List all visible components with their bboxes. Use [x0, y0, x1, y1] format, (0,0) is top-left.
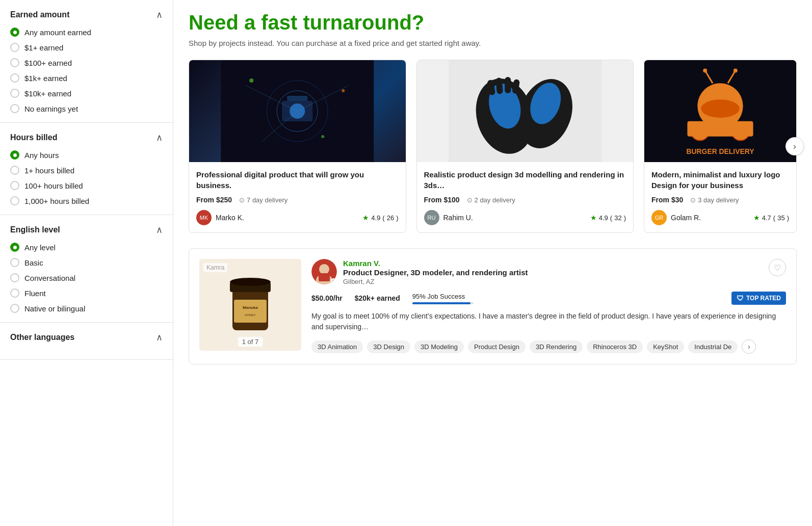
tag-rhinoceros[interactable]: Rhinoceros 3D — [587, 340, 643, 353]
progress-fill — [412, 302, 470, 304]
english-level-title: English level — [10, 225, 60, 234]
radio-no-earnings[interactable]: No earnings yet — [10, 104, 163, 113]
card-3-delivery: ⊙ 3 day delivery — [690, 196, 739, 204]
card-1-delivery: ⊙ 7 day delivery — [239, 196, 287, 204]
radio-any-level-circle — [10, 243, 19, 252]
card-3-meta: From $30 ⊙ 3 day delivery — [651, 196, 789, 204]
radio-basic-circle — [10, 258, 19, 267]
card-1-price: From $250 — [196, 196, 232, 204]
radio-10k-earned[interactable]: $10k+ earned — [10, 89, 163, 98]
card-3-title: Modern, minimalist and luxury logo Desig… — [651, 169, 789, 191]
tags-next-arrow[interactable]: › — [742, 339, 756, 354]
radio-100plus-earned[interactable]: $100+ earned — [10, 58, 163, 67]
radio-any-hours[interactable]: Any hours — [10, 150, 163, 160]
radio-100plus-hours[interactable]: 100+ hours billed — [10, 181, 163, 190]
job-success-bar: 95% Job Success — [412, 293, 719, 304]
radio-1k-earned[interactable]: $1k+ earned — [10, 73, 163, 83]
radio-fluent-circle — [10, 288, 19, 298]
freelancer-stats: $50.00/hr $20k+ earned 95% Job Success 🛡… — [311, 292, 786, 305]
card-2-meta: From $100 ⊙ 2 day delivery — [424, 196, 626, 204]
card-2-image — [417, 60, 634, 162]
card-1-seller-name: Marko K. — [216, 214, 244, 222]
radio-basic[interactable]: Basic — [10, 258, 163, 267]
earned-amount-header: Earned amount ∧ — [10, 9, 163, 20]
radio-1plus-earned[interactable]: $1+ earned — [10, 43, 163, 52]
hours-billed-chevron[interactable]: ∧ — [156, 132, 163, 143]
radio-any-amount-label: Any amount earned — [24, 28, 91, 37]
tag-product-design[interactable]: Product Design — [468, 340, 526, 353]
project-card-3[interactable]: BURGER DELIVERY Modern, minimalist and l… — [644, 60, 797, 233]
radio-100plus-hours-label: 100+ hours billed — [24, 181, 83, 190]
freelancer-location: Gilbert, AZ — [343, 278, 763, 285]
image-count: 1 of 7 — [238, 337, 263, 347]
freelancer-title: Product Designer, 3D modeler, and render… — [343, 268, 763, 277]
freelancer-card: Manuka HONEY 1 of 7 Kamra — [189, 248, 797, 364]
svg-point-27 — [734, 69, 738, 73]
tags-row: 3D Animation 3D Design 3D Modeling Produ… — [311, 339, 786, 354]
card-2-rating: ★ 4.9 (32) — [590, 214, 626, 222]
radio-1plus-hours-label: 1+ hours billed — [24, 166, 74, 175]
radio-1000plus-hours-label: 1,000+ hours billed — [24, 197, 89, 205]
favorite-button[interactable]: ♡ — [769, 259, 786, 276]
tag-keyshot[interactable]: KeyShot — [647, 340, 684, 353]
online-indicator — [331, 278, 336, 283]
card-1-seller: MK Marko K. ★ 4.9 (26) — [196, 210, 399, 225]
card-3-avatar: GR — [651, 210, 667, 225]
card-3-image: BURGER DELIVERY — [644, 60, 796, 162]
tag-industrial[interactable]: Industrial De — [688, 340, 738, 353]
svg-text:Manuka: Manuka — [243, 305, 258, 310]
radio-1000plus-hours-circle — [10, 196, 19, 205]
svg-rect-32 — [687, 121, 753, 137]
card-2-title: Realistic product design 3d modelling an… — [424, 169, 626, 191]
svg-point-11 — [321, 135, 324, 138]
freelancer-bio: My goal is to meet 100% of my client's e… — [311, 311, 786, 332]
tag-3d-rendering[interactable]: 3D Rendering — [530, 340, 583, 353]
hero-title: Need a fast turnaround? — [189, 10, 797, 35]
radio-10k-circle — [10, 89, 19, 98]
card-1-title: Professional digital product that will g… — [196, 169, 399, 191]
stat-earned: $20k+ earned — [355, 294, 400, 302]
card-1-body: Professional digital product that will g… — [189, 162, 406, 232]
english-level-section: English level ∧ Any level Basic Conversa… — [0, 215, 173, 323]
project-card-1[interactable]: Professional digital product that will g… — [189, 60, 406, 233]
radio-conversational[interactable]: Conversational — [10, 273, 163, 282]
sidebar: Earned amount ∧ Any amount earned $1+ ea… — [0, 0, 173, 526]
card-1-rating: ★ 4.9 (26) — [362, 214, 398, 222]
progress-bar — [412, 302, 474, 304]
earned-amount-chevron[interactable]: ∧ — [156, 9, 163, 20]
radio-any-hours-circle — [10, 150, 19, 160]
radio-1000plus-hours[interactable]: 1,000+ hours billed — [10, 196, 163, 205]
english-level-chevron[interactable]: ∧ — [156, 224, 163, 235]
card-2-delivery: ⊙ 2 day delivery — [467, 196, 515, 204]
other-languages-title: Other languages — [10, 333, 74, 342]
clock-icon-1: ⊙ — [239, 196, 245, 204]
clock-icon-2: ⊙ — [467, 196, 473, 204]
radio-native[interactable]: Native or bilingual — [10, 304, 163, 313]
tag-3d-design[interactable]: 3D Design — [367, 340, 410, 353]
svg-text:HONEY: HONEY — [245, 313, 255, 317]
cards-next-arrow[interactable]: › — [785, 137, 804, 155]
svg-rect-37 — [234, 300, 267, 323]
card-3-body: Modern, minimalist and luxury logo Desig… — [644, 162, 796, 232]
other-languages-chevron[interactable]: ∧ — [156, 332, 163, 343]
project-card-2[interactable]: Realistic product design 3d modelling an… — [416, 60, 634, 233]
radio-any-amount[interactable]: Any amount earned — [10, 28, 163, 37]
tag-3d-animation[interactable]: 3D Animation — [311, 340, 363, 353]
radio-fluent[interactable]: Fluent — [10, 288, 163, 298]
tag-3d-modeling[interactable]: 3D Modeling — [414, 340, 464, 353]
card-1-meta: From $250 ⊙ 7 day delivery — [196, 196, 399, 204]
freelancer-header: Kamran V. Product Designer, 3D modeler, … — [311, 259, 786, 285]
svg-point-40 — [230, 278, 271, 286]
radio-any-level[interactable]: Any level — [10, 243, 163, 252]
earned-amount-section: Earned amount ∧ Any amount earned $1+ ea… — [0, 0, 173, 123]
svg-rect-45 — [319, 273, 330, 281]
radio-any-level-label: Any level — [24, 243, 56, 252]
svg-rect-4 — [287, 96, 307, 101]
card-2-avatar: RU — [424, 210, 439, 225]
top-rated-badge: 🛡 TOP RATED — [731, 292, 786, 305]
other-languages-section: Other languages ∧ — [0, 323, 173, 360]
card-3-seller-name: Golam R. — [671, 214, 701, 222]
clock-icon-3: ⊙ — [690, 196, 696, 204]
radio-conversational-label: Conversational — [24, 274, 75, 282]
radio-1plus-hours[interactable]: 1+ hours billed — [10, 166, 163, 175]
